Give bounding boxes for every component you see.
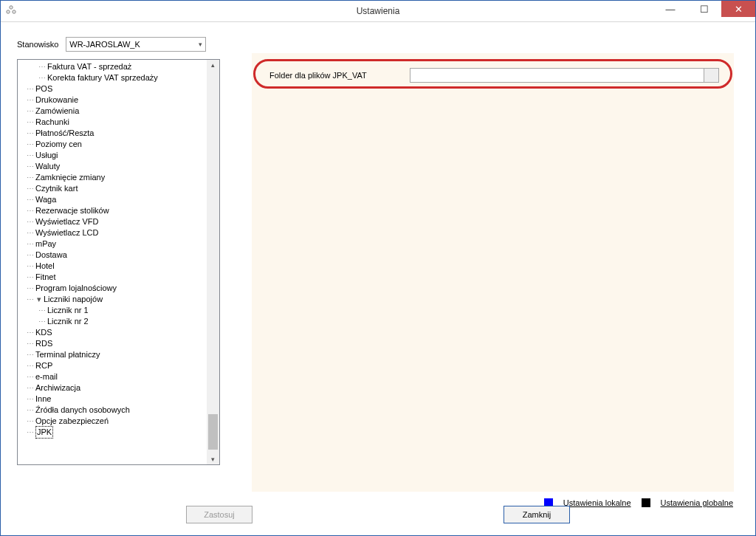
titlebar: Ustawienia — ☐ ✕ <box>1 1 755 22</box>
tree-connector-icon: ⋯ <box>27 371 33 382</box>
tree-item[interactable]: ⋯Rachunki <box>18 117 207 128</box>
tree-item-label: Waluty <box>35 161 60 172</box>
tree-item-label: mPay <box>35 238 56 250</box>
tree-item[interactable]: ⋯RDS <box>18 338 207 349</box>
tree-connector-icon: ⋯ <box>27 272 33 283</box>
tree-connector-icon: ⋯ <box>27 227 33 238</box>
jpk-folder-input[interactable] <box>410 68 704 83</box>
tree-item[interactable]: ⋯POS <box>18 83 207 95</box>
tree-item[interactable]: ⋯e-mail <box>18 371 207 382</box>
close-button[interactable]: ✕ <box>721 1 755 17</box>
tree-connector-icon: ⋯ <box>27 117 33 128</box>
tree-item[interactable]: ⋯Usługi <box>18 150 207 161</box>
tree-connector-icon: ⋯ <box>27 294 33 305</box>
tree-item[interactable]: ⋯JPK <box>18 427 207 438</box>
tree-item[interactable]: ⋯Drukowanie <box>18 95 207 106</box>
tree-connector-icon: ⋯ <box>27 216 33 227</box>
dialog-buttons: Zastosuj Zamknij <box>1 506 755 523</box>
tree-connector-icon: ⋯ <box>27 327 33 338</box>
maximize-button[interactable]: ☐ <box>687 1 721 17</box>
tree-item[interactable]: ⋯Waga <box>18 194 207 205</box>
tree-item[interactable]: ⋯mPay <box>18 238 207 250</box>
tree-connector-icon: ⋯ <box>38 316 45 327</box>
scroll-thumb[interactable] <box>208 414 218 450</box>
scroll-down-icon[interactable]: ▾ <box>211 454 215 464</box>
chevron-down-icon: ▾ <box>199 41 202 48</box>
station-combo[interactable]: WR-JAROSLAW_K ▾ <box>66 37 206 52</box>
tree-item-label: Rezerwacje stolików <box>35 205 109 216</box>
tree-item-label: RCP <box>35 360 52 371</box>
tree-item[interactable]: ⋯RCP <box>18 360 207 371</box>
tree-item-label: Waga <box>35 194 56 205</box>
tree-connector-icon: ⋯ <box>27 194 33 205</box>
tree-item-label: Zamówienia <box>35 106 79 117</box>
scroll-up-icon[interactable]: ▴ <box>211 60 215 70</box>
tree-item-label: Źródła danych osobowych <box>35 405 130 416</box>
tree-item[interactable]: ⋯Dostawa <box>18 250 207 261</box>
tree-item[interactable]: ⋯Opcje zabezpieczeń <box>18 416 207 427</box>
tree-connector-icon: ⋯ <box>27 238 33 250</box>
tree-connector-icon: ⋯ <box>27 205 33 216</box>
tree-item[interactable]: ⋯Czytnik kart <box>18 183 207 194</box>
minimize-button[interactable]: — <box>653 1 687 17</box>
tree-connector-icon: ⋯ <box>27 95 33 106</box>
tree-connector-icon: ⋯ <box>27 261 33 272</box>
close-dialog-button[interactable]: Zamknij <box>504 506 570 523</box>
tree-item[interactable]: ⋯Fitnet <box>18 272 207 283</box>
tree-item-label: Archiwizacja <box>35 382 80 394</box>
apply-button[interactable]: Zastosuj <box>186 506 252 523</box>
jpk-folder-label: Folder dla plików JPK_VAT <box>269 71 410 80</box>
tree-item[interactable]: ⋯Inne <box>18 394 207 405</box>
tree-connector-icon: ⋯ <box>27 394 33 405</box>
tree-connector-icon: ⋯ <box>27 139 33 150</box>
tree-item-label: Wyświetlacz LCD <box>35 227 98 238</box>
tree-connector-icon: ⋯ <box>27 183 33 194</box>
tree-item[interactable]: ⋯Archiwizacja <box>18 382 207 394</box>
tree-item[interactable]: ⋯Terminal płatniczy <box>18 349 207 360</box>
tree-item[interactable]: ⋯Źródła danych osobowych <box>18 405 207 416</box>
tree-item[interactable]: ⋯Płatność/Reszta <box>18 128 207 139</box>
tree-item[interactable]: ⋯Hotel <box>18 261 207 272</box>
jpk-folder-input-group <box>410 68 719 83</box>
tree-connector-icon: ⋯ <box>27 150 33 161</box>
tree-item-label: Licznik nr 1 <box>47 305 89 316</box>
tree-connector-icon: ⋯ <box>27 382 33 394</box>
tree-item[interactable]: ⋯Zamknięcie zmiany <box>18 172 207 183</box>
tree-item-label: Czytnik kart <box>35 183 78 194</box>
tree-item-label: Zamknięcie zmiany <box>35 172 105 183</box>
tree-item[interactable]: ⋯Waluty <box>18 161 207 172</box>
tree-item-label: Liczniki napojów <box>44 294 103 305</box>
tree-item-label: POS <box>35 83 52 95</box>
tree-item[interactable]: ⋯Zamówienia <box>18 106 207 117</box>
tree-item[interactable]: ⋯Poziomy cen <box>18 139 207 150</box>
tree-item-label: Program lojalnościowy <box>35 283 117 294</box>
window-title: Ustawienia <box>1 6 755 16</box>
tree-connector-icon: ⋯ <box>38 61 45 72</box>
tree-item-label: Opcje zabezpieczeń <box>35 416 109 427</box>
tree-item-label: Licznik nr 2 <box>47 316 89 327</box>
tree-item[interactable]: ⋯Faktura VAT - sprzedaż <box>18 61 207 72</box>
tree-item[interactable]: ⋯KDS <box>18 327 207 338</box>
tree-connector-icon: ⋯ <box>27 360 33 371</box>
tree-item[interactable]: ⋯Rezerwacje stolików <box>18 205 207 216</box>
tree-expander-icon[interactable]: ▾ <box>35 294 42 305</box>
tree-item[interactable]: ⋯Wyświetlacz VFD <box>18 216 207 227</box>
tree-connector-icon: ⋯ <box>27 416 33 427</box>
tree-item[interactable]: ⋯Korekta faktury VAT sprzedaży <box>18 72 207 83</box>
tree-item[interactable]: ⋯▾Liczniki napojów <box>18 294 207 305</box>
tree-scrollbar[interactable]: ▴ ▾ <box>207 60 219 464</box>
tree-connector-icon: ⋯ <box>38 72 45 83</box>
tree-item[interactable]: ⋯Licznik nr 1 <box>18 305 207 316</box>
tree-item[interactable]: ⋯Program lojalnościowy <box>18 283 207 294</box>
station-label: Stanowisko <box>17 40 58 49</box>
tree-item-label: e-mail <box>35 371 58 382</box>
tree-item-label: Dostawa <box>35 250 67 261</box>
tree-item[interactable]: ⋯Wyświetlacz LCD <box>18 227 207 238</box>
tree-item[interactable]: ⋯Licznik nr 2 <box>18 316 207 327</box>
tree-connector-icon: ⋯ <box>27 349 33 360</box>
tree-connector-icon: ⋯ <box>27 128 33 139</box>
tree-item-label: Faktura VAT - sprzedaż <box>47 61 131 72</box>
browse-button[interactable] <box>704 68 719 83</box>
tree-item-label: Płatność/Reszta <box>35 128 94 139</box>
tree-connector-icon: ⋯ <box>27 106 33 117</box>
